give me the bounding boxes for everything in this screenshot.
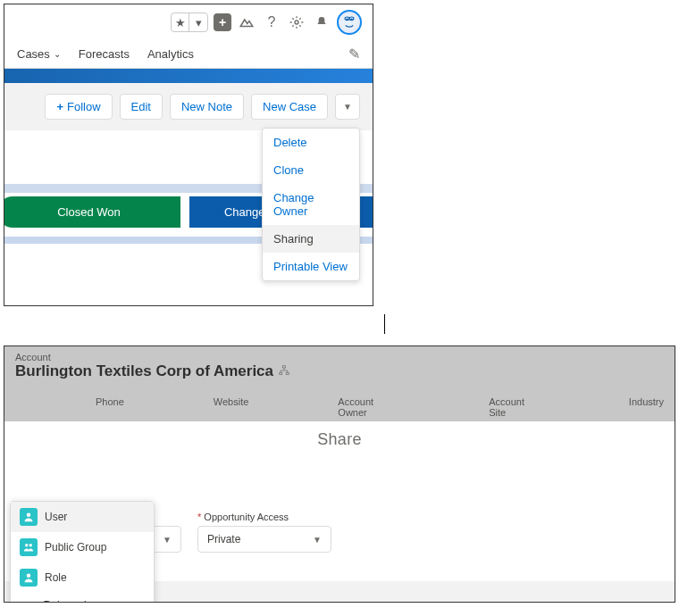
global-add-icon[interactable]: + bbox=[214, 13, 231, 31]
svg-point-9 bbox=[27, 513, 31, 518]
chevron-down-icon: ▼ bbox=[163, 535, 172, 545]
new-case-button[interactable]: New Case bbox=[251, 94, 328, 120]
edit-nav-icon[interactable]: ✎ bbox=[348, 46, 360, 62]
follow-button[interactable]: Follow bbox=[45, 94, 112, 120]
share-modal: Share User Public Group Role Role and S bbox=[4, 421, 675, 603]
svg-point-12 bbox=[27, 574, 31, 579]
role-icon bbox=[20, 569, 38, 587]
chevron-down-icon: ▼ bbox=[313, 535, 322, 545]
svg-point-0 bbox=[295, 21, 298, 24]
record-name: Burlington Textiles Corp of America bbox=[15, 362, 664, 380]
brand-band bbox=[4, 69, 373, 83]
field-industry: Industry bbox=[629, 396, 664, 418]
svg-point-10 bbox=[25, 544, 28, 546]
nav-cases[interactable]: Cases ⌄ bbox=[17, 47, 61, 61]
chevron-down-icon: ⌄ bbox=[54, 49, 61, 59]
nav-forecasts[interactable]: Forecasts bbox=[79, 47, 130, 61]
favorites-split[interactable]: ★ ▾ bbox=[171, 12, 208, 32]
menu-printable-view[interactable]: Printable View bbox=[263, 253, 359, 280]
field-site: Account Site bbox=[489, 396, 540, 418]
modal-title: Share bbox=[4, 421, 675, 463]
nav-analytics-label: Analytics bbox=[147, 47, 194, 61]
svg-rect-6 bbox=[283, 366, 286, 368]
compact-layout-fields: Phone Website Account Owner Account Site… bbox=[15, 380, 664, 418]
entity-public-group[interactable]: Public Group bbox=[11, 532, 154, 562]
edit-button[interactable]: Edit bbox=[120, 94, 163, 120]
share-form: User Public Group Role Role and Subordin… bbox=[4, 512, 675, 562]
opp-access-col: Opportunity Access Private ▼ bbox=[197, 512, 331, 553]
more-actions-menu: Delete Clone Change Owner Sharing Printa… bbox=[262, 128, 360, 281]
setup-gear-icon[interactable] bbox=[287, 12, 306, 32]
field-phone: Phone bbox=[96, 396, 124, 418]
svg-rect-7 bbox=[280, 372, 282, 374]
record-actions: Follow Edit New Note New Case ▼ Delete C… bbox=[4, 83, 373, 130]
screenshot-share-modal: Account Burlington Textiles Corp of Amer… bbox=[4, 345, 675, 603]
menu-sharing[interactable]: Sharing bbox=[263, 225, 359, 253]
svg-point-1 bbox=[341, 14, 357, 30]
menu-change-owner[interactable]: Change Owner bbox=[263, 184, 359, 225]
global-header: ★ ▾ + ? bbox=[4, 4, 373, 40]
hierarchy-icon[interactable] bbox=[279, 365, 289, 378]
record-header: Account Burlington Textiles Corp of Amer… bbox=[4, 346, 675, 421]
field-website: Website bbox=[214, 396, 249, 418]
nav-analytics[interactable]: Analytics bbox=[147, 47, 194, 61]
access-row: x ▼ Case Access Private ▼ Opportunity Ac… bbox=[137, 512, 658, 553]
entity-user[interactable]: User bbox=[11, 502, 154, 532]
entity-type-dropdown: User Public Group Role Role and Subordin… bbox=[10, 501, 155, 603]
entity-group-label: Public Group bbox=[45, 541, 106, 554]
user-icon bbox=[20, 508, 38, 526]
nav-cases-label: Cases bbox=[17, 47, 50, 61]
record-name-text: Burlington Textiles Corp of America bbox=[15, 362, 273, 380]
entity-role[interactable]: Role bbox=[11, 562, 154, 593]
object-nav: Cases ⌄ Forecasts Analytics ✎ bbox=[4, 40, 373, 69]
stage-closed-won[interactable]: Closed Won bbox=[4, 196, 180, 228]
chevron-down-icon[interactable]: ▾ bbox=[189, 13, 207, 31]
opp-access-value: Private bbox=[207, 533, 240, 545]
menu-delete[interactable]: Delete bbox=[263, 129, 359, 156]
entity-rolesub-label: Role and Subordinates bbox=[44, 599, 145, 603]
entity-role-label: Role bbox=[45, 571, 67, 584]
star-icon[interactable]: ★ bbox=[172, 13, 189, 31]
user-avatar[interactable] bbox=[337, 10, 362, 35]
opp-access-picklist[interactable]: Private ▼ bbox=[197, 526, 331, 553]
svg-rect-8 bbox=[286, 372, 289, 374]
nav-forecasts-label: Forecasts bbox=[79, 47, 130, 61]
menu-clone[interactable]: Clone bbox=[263, 156, 359, 184]
svg-point-11 bbox=[29, 544, 32, 546]
object-type-label: Account bbox=[15, 352, 664, 362]
help-icon[interactable]: ? bbox=[262, 12, 281, 32]
group-icon bbox=[20, 538, 38, 556]
opp-access-label: Opportunity Access bbox=[197, 512, 331, 522]
screenshot-dropdown: ★ ▾ + ? Cases ⌄ Forecasts Analytics ✎ Fo… bbox=[4, 4, 373, 306]
text-cursor bbox=[384, 314, 385, 334]
entity-role-sub[interactable]: Role and Subordinates bbox=[11, 593, 154, 603]
trailhead-icon[interactable] bbox=[237, 12, 256, 32]
field-owner: Account Owner bbox=[338, 396, 399, 418]
new-note-button[interactable]: New Note bbox=[170, 94, 244, 120]
notification-bell-icon[interactable] bbox=[312, 12, 331, 32]
entity-user-label: User bbox=[45, 511, 67, 523]
more-actions-button[interactable]: ▼ bbox=[335, 94, 360, 120]
